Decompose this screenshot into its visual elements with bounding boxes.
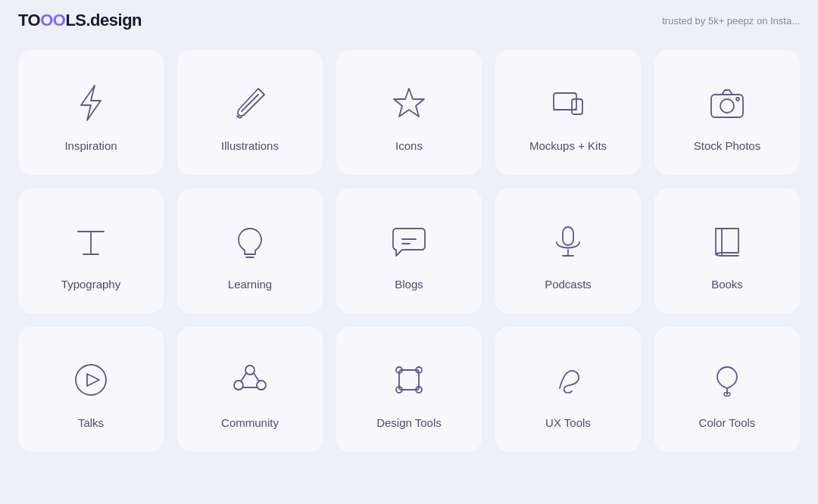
- card-label: Inspiration: [64, 139, 117, 152]
- card-illustrations[interactable]: Illustrations: [177, 50, 323, 175]
- play-icon: [67, 356, 115, 404]
- card-label: Blogs: [395, 278, 423, 291]
- card-label: Stock Photos: [694, 139, 760, 152]
- card-icons[interactable]: Icons: [336, 50, 482, 175]
- card-label: Books: [711, 278, 743, 291]
- card-label: Learning: [228, 278, 272, 291]
- type-icon: [67, 217, 115, 266]
- svg-rect-3: [572, 99, 582, 114]
- card-blogs[interactable]: Blogs: [336, 188, 482, 313]
- card-label: Podcasts: [545, 278, 592, 291]
- lightning-icon: [67, 79, 115, 127]
- card-label: Mockups + Kits: [529, 139, 607, 152]
- bulb-icon: [226, 217, 274, 266]
- card-label: UX Tools: [545, 416, 591, 429]
- card-stock-photos[interactable]: Stock Photos: [654, 50, 800, 175]
- community-icon: [226, 356, 274, 404]
- card-label: Design Tools: [376, 416, 442, 429]
- card-label: Color Tools: [699, 416, 756, 429]
- card-mockups[interactable]: Mockups + Kits: [495, 50, 641, 175]
- ux-tools-icon: [544, 356, 592, 404]
- card-typography[interactable]: Typography: [18, 188, 164, 313]
- svg-marker-19: [87, 374, 99, 386]
- color-tools-icon: [703, 356, 751, 404]
- book-icon: [703, 217, 751, 266]
- card-label: Talks: [78, 416, 104, 429]
- header: TOOOLS.design trusted by 5k+ peepz on In…: [0, 0, 818, 41]
- card-label: Illustrations: [221, 139, 279, 152]
- card-label: Icons: [395, 139, 423, 152]
- svg-rect-26: [399, 370, 419, 390]
- logo-text: TOOOLS.design: [18, 11, 142, 30]
- star-icon: [385, 79, 433, 127]
- card-ux-tools[interactable]: UX Tools: [495, 327, 641, 452]
- card-podcasts[interactable]: Podcasts: [495, 188, 641, 313]
- tagline: trusted by 5k+ peepz on Insta...: [662, 15, 800, 26]
- svg-marker-1: [394, 89, 424, 117]
- category-grid: Inspiration Illustrations Icons Mockups …: [0, 41, 818, 470]
- card-color-tools[interactable]: Color Tools: [654, 327, 800, 452]
- svg-point-7: [736, 98, 739, 101]
- card-label: Typography: [61, 278, 120, 291]
- card-label: Community: [221, 416, 279, 429]
- svg-point-22: [257, 381, 266, 390]
- svg-point-6: [720, 99, 734, 113]
- svg-rect-2: [554, 93, 576, 110]
- svg-point-18: [76, 365, 106, 395]
- svg-line-24: [254, 373, 259, 381]
- brush-icon: [226, 79, 274, 127]
- card-design-tools[interactable]: Design Tools: [336, 327, 482, 452]
- logo[interactable]: TOOOLS.design: [18, 11, 142, 30]
- svg-line-23: [241, 373, 246, 381]
- card-books[interactable]: Books: [654, 188, 800, 313]
- card-learning[interactable]: Learning: [177, 188, 323, 313]
- card-inspiration[interactable]: Inspiration: [18, 50, 164, 175]
- devices-icon: [544, 79, 592, 127]
- card-talks[interactable]: Talks: [18, 327, 164, 452]
- svg-point-21: [234, 381, 243, 390]
- design-tools-icon: [385, 356, 433, 404]
- card-community[interactable]: Community: [177, 327, 323, 452]
- mic-icon: [544, 217, 592, 266]
- chat-icon: [385, 217, 433, 266]
- svg-rect-15: [563, 227, 573, 245]
- camera-icon: [703, 79, 751, 127]
